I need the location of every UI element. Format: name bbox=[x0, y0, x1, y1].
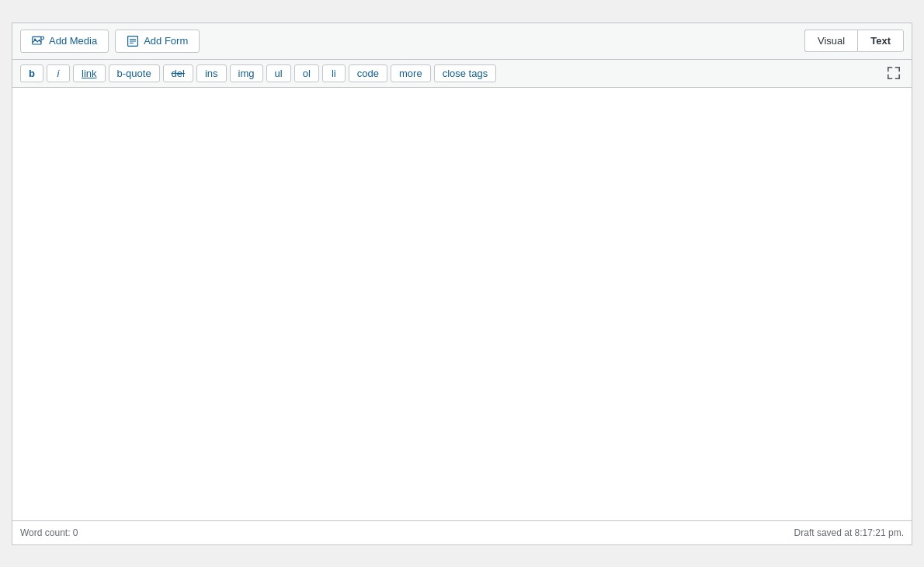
editor-tabs: Visual Text bbox=[804, 30, 904, 52]
tab-text[interactable]: Text bbox=[857, 30, 904, 52]
text-editor-area[interactable] bbox=[12, 88, 912, 520]
content-textarea[interactable] bbox=[20, 97, 904, 509]
editor-container: Add Media Add Form Vis bbox=[0, 0, 924, 567]
toolbar-top: Add Media Add Form Vis bbox=[12, 23, 912, 60]
add-form-button[interactable]: Add Form bbox=[115, 30, 200, 53]
format-close-tags-button[interactable]: close tags bbox=[434, 64, 497, 82]
toolbar-left: Add Media Add Form bbox=[20, 30, 200, 53]
toolbar-format: b i link b-quote del ins img ul ol li co… bbox=[12, 60, 912, 88]
add-media-button[interactable]: Add Media bbox=[20, 30, 109, 53]
word-count-label: Word count: bbox=[20, 527, 70, 538]
format-img-button[interactable]: img bbox=[230, 64, 263, 82]
fullscreen-icon[interactable] bbox=[884, 64, 904, 82]
word-count: Word count: 0 bbox=[20, 527, 78, 538]
format-link-button[interactable]: link bbox=[73, 64, 106, 82]
format-bold-button[interactable]: b bbox=[20, 64, 43, 82]
format-bquote-button[interactable]: b-quote bbox=[109, 64, 160, 82]
format-ol-button[interactable]: ol bbox=[294, 64, 319, 82]
add-form-icon bbox=[127, 35, 139, 47]
draft-saved: Draft saved at 8:17:21 pm. bbox=[794, 527, 904, 538]
format-ins-button[interactable]: ins bbox=[196, 64, 227, 82]
format-more-button[interactable]: more bbox=[391, 64, 431, 82]
editor-wrapper: Add Media Add Form Vis bbox=[12, 23, 912, 545]
tab-visual[interactable]: Visual bbox=[804, 30, 857, 52]
format-li-button[interactable]: li bbox=[322, 64, 346, 82]
add-form-label: Add Form bbox=[144, 35, 188, 47]
format-ul-button[interactable]: ul bbox=[266, 64, 291, 82]
add-media-label: Add Media bbox=[49, 35, 97, 47]
format-code-button[interactable]: code bbox=[349, 64, 387, 82]
word-count-value: 0 bbox=[73, 527, 78, 538]
format-del-button[interactable]: del bbox=[163, 64, 193, 82]
add-media-icon bbox=[32, 35, 44, 47]
status-bar: Word count: 0 Draft saved at 8:17:21 pm. bbox=[12, 520, 912, 544]
format-italic-button[interactable]: i bbox=[47, 64, 70, 82]
